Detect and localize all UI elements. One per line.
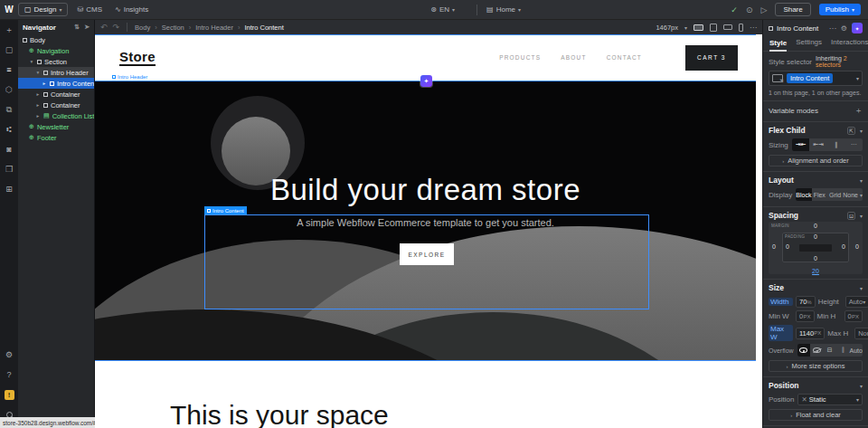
chevron-down-icon[interactable]: ▾ [860, 285, 863, 291]
tree-item-collection-list[interactable]: ▸ ▤ Collection List Wra... [18, 110, 94, 121]
max-height-input[interactable]: None ▾ [854, 328, 868, 339]
max-width-input[interactable]: 1140 PX [796, 328, 825, 339]
sizing-none-icon[interactable]: ∥ [827, 138, 845, 151]
breakpoint-landscape-icon[interactable] [723, 24, 732, 30]
height-input[interactable]: Auto ▾ [845, 296, 868, 308]
design-mode-button[interactable]: ▢ Design ▾ [18, 3, 68, 16]
page-selector[interactable]: ▤ Home ▾ [486, 5, 521, 14]
display-block-option[interactable]: Block [796, 188, 811, 201]
warning-badge[interactable]: ! [3, 388, 15, 401]
hero-section[interactable]: Build your dream store A simple Webflow … [95, 81, 756, 360]
apps-icon[interactable]: ⊞ [3, 183, 15, 195]
redo-icon[interactable]: ↷ [113, 23, 120, 32]
margin-left-value[interactable]: 0 [772, 243, 776, 250]
chevron-down-icon[interactable]: ▾ [35, 70, 41, 75]
site-logo[interactable]: Store [119, 49, 156, 66]
add-element-icon[interactable]: ＋ [3, 24, 15, 36]
tab-interactions[interactable]: Interactions [831, 38, 868, 49]
min-width-input[interactable]: 0 PX [796, 310, 815, 322]
overflow-visible-icon[interactable] [797, 344, 810, 357]
class-selector-input[interactable]: Intro Content ▾ [769, 71, 863, 86]
class-pill[interactable]: Intro Content [787, 73, 833, 83]
chevron-down-icon[interactable]: ▾ [29, 59, 34, 64]
overflow-hidden-icon[interactable] [810, 344, 823, 357]
display-grid-option[interactable]: Grid [827, 188, 843, 201]
margin-top-value[interactable]: 0 [814, 223, 817, 229]
padding-bottom-value[interactable]: 0 [814, 255, 817, 262]
variables-icon[interactable]: ⑆ [3, 123, 15, 136]
nav-link-products[interactable]: PRODUCTS [499, 54, 541, 61]
sizing-shrink-icon[interactable]: ⇥⇤ [792, 138, 810, 151]
tree-item-intro-content[interactable]: ▸ Intro Content [18, 78, 94, 89]
cart-button[interactable]: CART 3 [685, 45, 738, 71]
pin-panel-icon[interactable]: ➤ [84, 24, 90, 31]
selected-element-label[interactable]: Intro Content [204, 206, 247, 214]
padding-left-value[interactable]: 0 [786, 243, 789, 250]
chevron-right-icon[interactable]: ▸ [35, 91, 41, 97]
sizing-more-icon[interactable]: ⋯ [844, 138, 863, 151]
ai-assistant-icon[interactable]: ✦ [852, 23, 863, 33]
display-flex-option[interactable]: Flex [812, 188, 827, 201]
insights-button[interactable]: ∿ Insights [115, 5, 148, 14]
breakpoint-cascade-icon[interactable] [772, 74, 783, 82]
collapse-all-icon[interactable]: ⇅ [74, 24, 80, 31]
breakpoint-desktop-icon[interactable] [693, 24, 703, 31]
hero-heading[interactable]: Build your dream store [95, 173, 756, 207]
spacing-mode-icon[interactable]: ⊡ [847, 212, 855, 220]
navigator-icon[interactable]: ≡ [3, 63, 15, 76]
breadcrumb-section[interactable]: Section [162, 24, 184, 32]
chevron-down-icon[interactable]: ▾ [860, 383, 863, 389]
tab-settings[interactable]: Settings [796, 38, 822, 49]
width-input[interactable]: 70 % [796, 296, 816, 308]
publish-button[interactable]: Publish ▾ [819, 4, 861, 15]
tree-item-container[interactable]: ▸ Container [18, 100, 94, 110]
design-canvas[interactable]: Store PRODUCTS ABOUT CONTACT CART 3 Buil… [95, 34, 762, 428]
display-none-option[interactable]: None ▾ [843, 188, 863, 201]
chevron-down-icon[interactable]: ▾ [856, 75, 859, 81]
chevron-down-icon[interactable]: ▾ [860, 213, 863, 219]
position-dropdown[interactable]: ✕ Static ▾ [797, 394, 863, 405]
margin-bottom-value[interactable]: 20 [812, 268, 819, 274]
overflow-auto-option[interactable]: Auto [850, 344, 863, 357]
breadcrumb-body[interactable]: Body [135, 24, 150, 32]
tree-item-footer[interactable]: ⊕ Footer [18, 132, 94, 143]
padding-top-value[interactable]: 0 [814, 233, 817, 240]
float-clear-button[interactable]: › Float and clear [769, 409, 863, 421]
libraries-icon[interactable]: ❒ [3, 163, 15, 176]
alignment-order-button[interactable]: › Alignment and order [769, 155, 863, 166]
min-height-input[interactable]: 0 PX [844, 310, 863, 322]
hovered-element-label[interactable]: Intro Header [109, 72, 150, 81]
language-selector[interactable]: ⊛ EN ▾ [430, 5, 455, 14]
breadcrumb-intro-content[interactable]: Intro Content [244, 24, 283, 32]
tree-item-navigation[interactable]: ⊕ Navigation [18, 45, 94, 56]
tree-item-section[interactable]: ▾ Section [18, 56, 94, 67]
help-icon[interactable]: ? [3, 368, 15, 381]
margin-right-value[interactable]: 0 [855, 243, 859, 250]
tab-style[interactable]: Style [769, 39, 787, 52]
undo-icon[interactable]: ↶ [100, 23, 108, 32]
settings-icon[interactable]: ⚙ [3, 348, 15, 361]
more-breakpoints-icon[interactable]: ⋯ [750, 24, 757, 32]
chevron-right-icon[interactable]: ▸ [35, 102, 41, 108]
chevron-right-icon[interactable]: ▸ [35, 113, 41, 119]
padding-right-value[interactable]: 0 [842, 243, 845, 250]
nav-link-about[interactable]: ABOUT [561, 54, 586, 61]
chevron-right-icon[interactable]: ▸ [42, 81, 47, 86]
cms-button[interactable]: ⛁ CMS [77, 5, 101, 14]
breakpoint-phone-icon[interactable] [739, 24, 743, 32]
add-variable-mode-icon[interactable]: ＋ [854, 105, 863, 117]
element-settings-icon[interactable]: ⚙ [841, 24, 847, 33]
share-button[interactable]: Share [775, 3, 810, 16]
pages-icon[interactable]: ▢ [3, 43, 15, 56]
tree-item-container[interactable]: ▸ Container [18, 89, 94, 100]
overflow-scroll-icon[interactable]: ⊟ [824, 344, 836, 357]
more-options-icon[interactable]: ⋯ [829, 24, 836, 33]
more-size-options-button[interactable]: › More size options [769, 360, 863, 372]
flex-child-indicator-icon[interactable]: ⇱ [847, 127, 855, 135]
tree-item-intro-header[interactable]: ▾ Intro Header [18, 67, 94, 78]
ecommerce-icon[interactable]: ◙ [3, 143, 15, 156]
preview-icon[interactable]: ▷ [760, 5, 767, 14]
assets-icon[interactable]: ⧉ [3, 103, 15, 116]
canvas-scrollbar[interactable] [756, 34, 762, 428]
nav-link-contact[interactable]: CONTACT [607, 54, 642, 61]
